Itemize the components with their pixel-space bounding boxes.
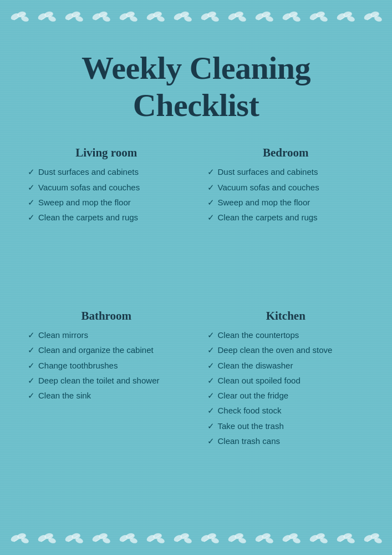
- list-item: ✓Dust surfaces and cabinets: [28, 167, 185, 178]
- leaf-decoration: [9, 9, 29, 24]
- check-icon: ✓: [207, 421, 215, 432]
- check-icon: ✓: [207, 405, 215, 416]
- checklist-grid: Living room ✓Dust surfaces and cabinets …: [0, 140, 392, 522]
- leaf-decoration: [308, 9, 328, 24]
- list-item: ✓Take out the trash: [207, 421, 365, 432]
- kitchen-list: ✓Clean the countertops ✓Deep clean the o…: [207, 330, 365, 447]
- list-item: ✓Clean and organize the cabinet: [28, 345, 185, 356]
- section-title-bedroom: Bedroom: [207, 146, 365, 160]
- leaf-decoration: [363, 531, 383, 546]
- list-item: ✓Dust surfaces and cabinets: [207, 167, 365, 178]
- leaf-decoration: [9, 531, 29, 546]
- check-icon: ✓: [207, 436, 215, 447]
- check-icon: ✓: [207, 197, 215, 208]
- leaf-decoration: [254, 9, 274, 24]
- leaf-decoration: [281, 9, 301, 24]
- title-line1: Weekly Cleaning: [82, 50, 310, 86]
- check-icon: ✓: [28, 182, 35, 193]
- list-item: ✓Deep clean the toilet and shower: [28, 375, 185, 386]
- check-icon: ✓: [28, 375, 35, 386]
- leaf-decoration: [145, 9, 165, 24]
- list-item: ✓Clean trash cans: [207, 436, 365, 447]
- check-icon: ✓: [28, 390, 35, 401]
- list-item: ✓Clean mirrors: [28, 330, 185, 341]
- list-item: ✓Clear out the fridge: [207, 390, 365, 401]
- section-living-room: Living room ✓Dust surfaces and cabinets …: [17, 140, 196, 298]
- leaf-decoration: [37, 531, 57, 546]
- check-icon: ✓: [207, 167, 215, 178]
- leaf-decoration: [172, 531, 192, 546]
- bathroom-list: ✓Clean mirrors ✓Clean and organize the c…: [28, 330, 185, 401]
- leaf-decoration: [91, 9, 111, 24]
- list-item: ✓Clean the sink: [28, 390, 185, 401]
- leaf-decoration: [254, 531, 274, 546]
- top-leaf-border: [0, 0, 392, 33]
- check-icon: ✓: [28, 330, 35, 341]
- title-area: Weekly Cleaning Checklist: [0, 33, 392, 140]
- leaf-decoration: [335, 9, 355, 24]
- check-icon: ✓: [207, 375, 215, 386]
- page: Weekly Cleaning Checklist Living room ✓D…: [0, 0, 392, 555]
- list-item: ✓Vacuum sofas and couches: [207, 182, 365, 193]
- leaf-decoration: [227, 9, 247, 24]
- section-bedroom: Bedroom ✓Dust surfaces and cabinets ✓Vac…: [196, 140, 376, 298]
- leaf-decoration: [200, 9, 220, 24]
- leaf-decoration: [335, 531, 355, 546]
- living-room-list: ✓Dust surfaces and cabinets ✓Vacuum sofa…: [28, 167, 185, 223]
- leaf-decoration: [200, 531, 220, 546]
- check-icon: ✓: [28, 360, 35, 371]
- section-title-living-room: Living room: [28, 146, 185, 160]
- list-item: ✓Clean the carpets and rugs: [207, 212, 365, 223]
- check-icon: ✓: [207, 345, 215, 356]
- check-icon: ✓: [28, 212, 35, 223]
- check-icon: ✓: [207, 212, 215, 223]
- leaf-decoration: [308, 531, 328, 546]
- check-icon: ✓: [207, 182, 215, 193]
- page-title: Weekly Cleaning Checklist: [22, 50, 370, 124]
- bedroom-list: ✓Dust surfaces and cabinets ✓Vacuum sofa…: [207, 167, 365, 223]
- section-title-bathroom: Bathroom: [28, 309, 185, 323]
- leaf-decoration: [172, 9, 192, 24]
- leaf-decoration: [37, 9, 57, 24]
- list-item: ✓Vacuum sofas and couches: [28, 182, 185, 193]
- check-icon: ✓: [28, 345, 35, 356]
- check-icon: ✓: [28, 197, 35, 208]
- check-icon: ✓: [28, 167, 35, 178]
- leaf-decoration: [227, 531, 247, 546]
- list-item: ✓Clean the countertops: [207, 330, 365, 341]
- check-icon: ✓: [207, 330, 215, 341]
- leaf-decoration: [281, 531, 301, 546]
- check-icon: ✓: [207, 390, 215, 401]
- list-item: ✓Clean out spoiled food: [207, 375, 365, 386]
- bottom-leaf-border: [0, 522, 392, 555]
- check-icon: ✓: [207, 360, 215, 371]
- leaf-decoration: [363, 9, 383, 24]
- leaf-decoration: [64, 531, 84, 546]
- list-item: ✓Sweep and mop the floor: [28, 197, 185, 208]
- title-line2: Checklist: [133, 87, 259, 123]
- leaf-decoration: [118, 9, 138, 24]
- list-item: ✓Change toothbrushes: [28, 360, 185, 371]
- list-item: ✓Check food stock: [207, 405, 365, 416]
- list-item: ✓Clean the diswasher: [207, 360, 365, 371]
- leaf-decoration: [118, 531, 138, 546]
- section-bathroom: Bathroom ✓Clean mirrors ✓Clean and organ…: [17, 304, 196, 522]
- list-item: ✓Sweep and mop the floor: [207, 197, 365, 208]
- list-item: ✓Clean the carpets and rugs: [28, 212, 185, 223]
- section-title-kitchen: Kitchen: [207, 309, 365, 323]
- leaf-decoration: [145, 531, 165, 546]
- leaf-decoration: [91, 531, 111, 546]
- list-item: ✓Deep clean the oven and stove: [207, 345, 365, 356]
- section-kitchen: Kitchen ✓Clean the countertops ✓Deep cle…: [196, 304, 376, 522]
- leaf-decoration: [64, 9, 84, 24]
